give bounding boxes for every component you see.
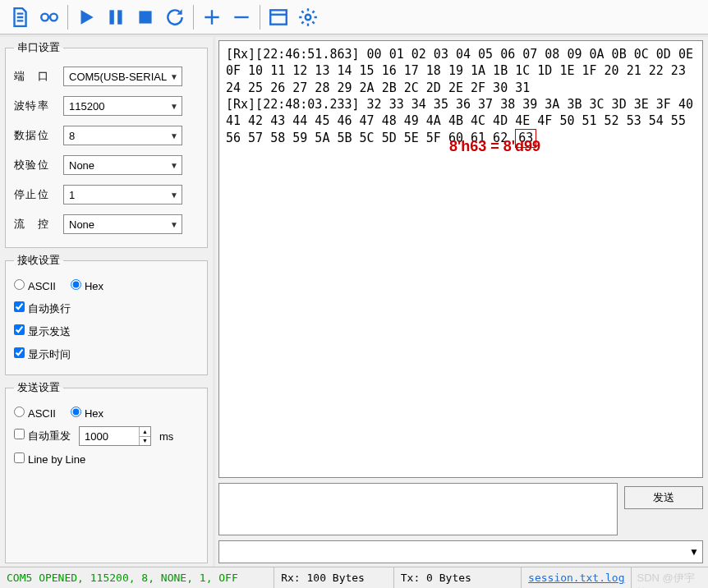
toolbar-separator [67,5,68,30]
parity-label: 校验位 [14,158,55,172]
status-port: COM5 OPENED, 115200, 8, NONE, 1, OFF [0,567,274,588]
data-label: 数据位 [14,128,55,143]
recv-settings: 接收设置 ASCII Hex 自动换行 显示发送 显示时间 [5,253,208,375]
port-select[interactable]: COM5(USB-SERIAL▼ [63,67,182,86]
play-icon[interactable] [71,2,101,32]
reload-icon[interactable] [160,2,190,32]
svg-point-0 [41,13,48,21]
data-select[interactable]: 8▼ [63,126,182,145]
send-settings: 发送设置 ASCII Hex 自动重发 1000 ▲▼ ms Line by L… [5,380,208,563]
autorepeat-checkbox[interactable]: 自动重发 [14,429,71,443]
status-bar: COM5 OPENED, 115200, 8, NONE, 1, OFF Rx:… [0,567,708,588]
svg-point-1 [50,13,57,21]
send-ascii-radio[interactable]: ASCII [14,407,56,420]
gear-icon[interactable] [293,2,323,32]
recv-legend: 接收设置 [14,253,63,268]
recv-ascii-radio[interactable]: ASCII [14,279,56,292]
send-hex-radio[interactable]: Hex [71,407,103,420]
send-text[interactable] [218,483,618,535]
plus-icon[interactable] [197,2,227,32]
annotation-text: 8'h63 = 8'd99 [449,136,540,156]
right-panel: [Rx][22:46:51.863] 00 01 02 03 04 05 06 … [215,37,708,567]
chevron-down-icon: ▼ [170,220,178,229]
parity-select[interactable]: None▼ [63,155,182,175]
pause-icon[interactable] [101,2,131,32]
autorepeat-spinner[interactable]: 1000 ▲▼ [79,426,151,446]
toolbar [0,0,708,34]
receive-text[interactable]: [Rx][22:46:51.863] 00 01 02 03 04 05 06 … [218,40,703,478]
svg-rect-4 [139,11,151,23]
showsend-checkbox[interactable]: 显示发送 [14,324,71,339]
baud-label: 波特率 [14,99,55,113]
stop-label: 停止位 [14,187,55,202]
stop-icon[interactable] [131,2,160,32]
chevron-down-icon: ▼ [170,131,178,140]
chevron-down-icon: ▼ [689,546,699,558]
svg-rect-2 [109,10,113,24]
recv-hex-radio[interactable]: Hex [71,279,103,292]
chevron-down-icon: ▼ [170,72,178,81]
autowrap-checkbox[interactable]: 自动换行 [14,301,71,316]
flow-select[interactable]: None▼ [63,214,182,234]
history-select[interactable]: ▼ [218,540,703,563]
status-log[interactable]: session.txt.log [522,567,632,588]
flow-label: 流 控 [14,217,55,232]
window-icon[interactable] [264,2,293,32]
send-legend: 发送设置 [14,380,63,395]
toolbar-separator [193,5,194,30]
linebyline-checkbox[interactable]: Line by Line [14,452,85,466]
chevron-down-icon: ▼ [170,102,178,111]
serial-legend: 串口设置 [14,40,63,55]
spinner-down-icon[interactable]: ▼ [139,437,150,446]
rx-line1: [Rx][22:46:51.863] 00 01 02 03 04 05 06 … [226,47,701,95]
file-icon[interactable] [5,2,34,32]
svg-rect-3 [117,10,122,24]
send-button[interactable]: 发送 [624,486,703,509]
left-panel: 串口设置 端 口 COM5(USB-SERIAL▼ 波特率 115200▼ 数据… [0,37,215,567]
toolbar-separator [260,5,260,30]
chevron-down-icon: ▼ [170,161,178,170]
svg-point-6 [306,14,311,20]
svg-rect-5 [270,10,287,24]
status-tx: Tx: 0 Bytes [394,567,522,588]
minus-icon[interactable] [227,2,256,32]
chevron-down-icon: ▼ [170,191,178,200]
spinner-up-icon[interactable]: ▲ [139,427,150,437]
stop-select[interactable]: 1▼ [63,185,182,204]
watermark: SDN @伊宇韵 [632,567,708,588]
autorepeat-unit: ms [159,430,173,443]
port-label: 端 口 [14,69,55,84]
status-rx: Rx: 100 Bytes [274,567,394,588]
serial-settings: 串口设置 端 口 COM5(USB-SERIAL▼ 波特率 115200▼ 数据… [5,40,208,248]
baud-select[interactable]: 115200▼ [63,96,182,116]
showtime-checkbox[interactable]: 显示时间 [14,347,71,362]
record-icon[interactable] [34,2,64,32]
